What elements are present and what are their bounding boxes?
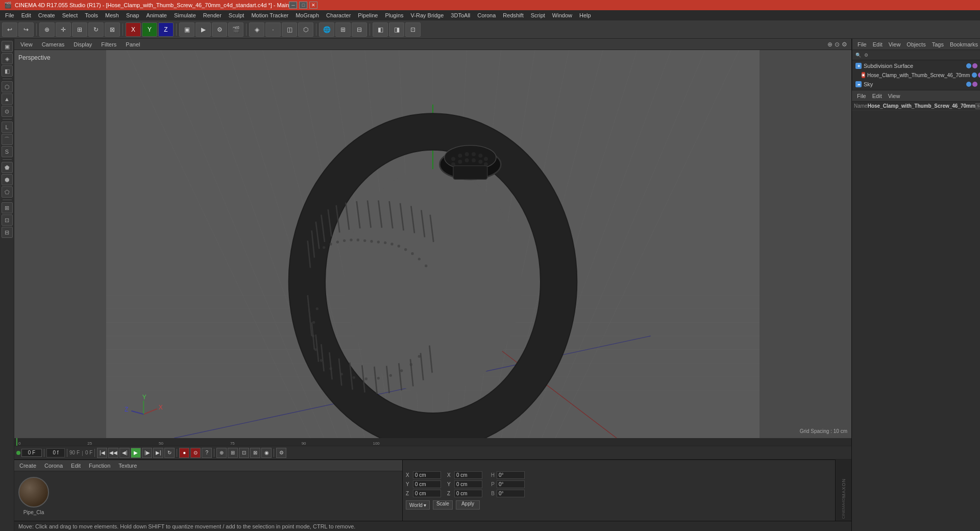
step-forward-button[interactable]: |▶: [142, 448, 152, 458]
mat-menu-edit[interactable]: Edit: [69, 462, 83, 470]
rotate-button[interactable]: ↻: [88, 22, 104, 37]
sidebar-grid3-btn[interactable]: ⊟: [2, 227, 13, 238]
scene-settings-icon[interactable]: ⚙: [863, 52, 870, 59]
apply-button[interactable]: Apply: [456, 500, 480, 510]
sidebar-grid2-btn[interactable]: ⊡: [2, 214, 13, 226]
display-mode-button[interactable]: ◧: [373, 22, 388, 37]
p-input[interactable]: [497, 480, 525, 488]
menu-item-mesh[interactable]: Mesh: [102, 11, 122, 19]
mat-menu-function[interactable]: Function: [87, 462, 112, 470]
scene-menu-view[interactable]: View: [887, 40, 903, 49]
scene-menu-file[interactable]: File: [855, 40, 869, 49]
menu-item-redshift[interactable]: Redshift: [500, 11, 526, 19]
frame-field[interactable]: [48, 449, 63, 457]
maximize-button[interactable]: □: [299, 2, 307, 9]
z-pos-input[interactable]: [413, 490, 441, 497]
current-frame-input[interactable]: [21, 449, 42, 457]
menu-item-script[interactable]: Script: [528, 11, 548, 19]
loop-button[interactable]: ↻: [164, 448, 175, 458]
viewport-icon-camera[interactable]: ⊙: [835, 41, 840, 48]
scene-item-hoseclamp[interactable]: ▣ Hose_Clamp_with_Thumb_Screw_46_70mm: [853, 70, 979, 80]
key-point-button[interactable]: ◉: [261, 448, 272, 458]
transform-button[interactable]: ⊠: [105, 22, 120, 37]
render-settings-button[interactable]: ⚙: [212, 22, 227, 37]
menu-item-window[interactable]: Window: [549, 11, 575, 19]
menu-item-help[interactable]: Help: [576, 11, 594, 19]
sidebar-model-btn[interactable]: ▣: [2, 41, 13, 52]
quantize-button[interactable]: ⊟: [352, 22, 367, 37]
sidebar-s-btn[interactable]: S: [2, 146, 13, 157]
sidebar-grid-btn[interactable]: ⊞: [2, 202, 13, 213]
timeline-settings-button[interactable]: ⚙: [276, 448, 286, 458]
mat-menu-create[interactable]: Create: [17, 462, 38, 470]
menu-item-file[interactable]: File: [2, 11, 17, 19]
sidebar-scene-btn[interactable]: ▲: [2, 93, 13, 105]
step-back-button[interactable]: ◀|: [119, 448, 130, 458]
record-button[interactable]: ●: [179, 448, 189, 458]
z-axis-button[interactable]: Z: [158, 22, 174, 37]
menu-item-animate[interactable]: Animate: [143, 11, 170, 19]
menu-item-3dtoall[interactable]: 3DToAll: [448, 11, 473, 19]
key-rot-button[interactable]: ⊞: [228, 448, 238, 458]
sidebar-generator-btn[interactable]: ⬢: [2, 174, 13, 185]
menu-item-select[interactable]: Select: [59, 11, 81, 19]
y-axis-button[interactable]: Y: [142, 22, 157, 37]
edge-mode-button[interactable]: ◫: [282, 22, 297, 37]
world-button[interactable]: World ▾: [406, 500, 430, 510]
viewport-menu-view[interactable]: View: [18, 40, 35, 49]
viewport-menu-display[interactable]: Display: [71, 40, 94, 49]
render-region-button[interactable]: ▣: [179, 22, 194, 37]
scene-menu-bookmarks[interactable]: Bookmarks: [948, 40, 980, 49]
menu-item-tools[interactable]: Tools: [82, 11, 101, 19]
y-pos-input[interactable]: [413, 480, 441, 488]
play-reverse-button[interactable]: ◀◀: [108, 448, 118, 458]
close-button[interactable]: ✕: [309, 2, 317, 9]
snap-button[interactable]: ⊞: [335, 22, 351, 37]
render-button[interactable]: ▶: [195, 22, 211, 37]
point-mode-button[interactable]: ·: [265, 22, 281, 37]
menu-item-mograph[interactable]: MoGraph: [292, 11, 322, 19]
menu-item-simulate[interactable]: Simulate: [171, 11, 199, 19]
sidebar-spline-btn[interactable]: ⌒: [2, 134, 13, 145]
x-rot-input[interactable]: [454, 471, 482, 479]
menu-item-pipeline[interactable]: Pipeline: [355, 11, 381, 19]
edit-render-settings-button[interactable]: 🎬: [228, 22, 243, 37]
key-button[interactable]: ?: [202, 448, 212, 458]
sidebar-deformer-btn[interactable]: ⬟: [2, 162, 13, 173]
scene-search-icon[interactable]: 🔍: [854, 52, 862, 59]
menu-item-render[interactable]: Render: [200, 11, 225, 19]
go-to-start-button[interactable]: |◀: [97, 448, 107, 458]
scene-menu-objects[interactable]: Objects: [904, 40, 927, 49]
menu-item-character[interactable]: Character: [323, 11, 354, 19]
play-button[interactable]: ▶: [131, 448, 141, 458]
playhead[interactable]: [16, 438, 17, 446]
attr-s-icon[interactable]: S: [975, 103, 980, 109]
key-scale-button[interactable]: ⊡: [239, 448, 249, 458]
x-pos-input[interactable]: [413, 471, 441, 479]
mat-menu-texture[interactable]: Texture: [116, 462, 139, 470]
viewport-menu-cameras[interactable]: Cameras: [40, 40, 67, 49]
scale-button[interactable]: ⊞: [72, 22, 87, 37]
go-to-end-button[interactable]: ▶|: [153, 448, 163, 458]
sidebar-effector-btn[interactable]: ⬠: [2, 186, 13, 198]
menu-item-v-ray-bridge[interactable]: V-Ray Bridge: [408, 11, 447, 19]
y-rot-input[interactable]: [454, 480, 482, 488]
key-pos-button[interactable]: ⊕: [216, 448, 227, 458]
attr-menu-view[interactable]: View: [886, 92, 902, 100]
wireframe-button[interactable]: ⊡: [405, 22, 421, 37]
undo-button[interactable]: ↩: [2, 22, 17, 37]
b-input[interactable]: [497, 490, 525, 497]
menu-item-snap[interactable]: Snap: [123, 11, 142, 19]
key-param-button[interactable]: ⊠: [250, 448, 260, 458]
sidebar-paint-btn[interactable]: ◧: [2, 65, 13, 77]
menu-item-corona[interactable]: Corona: [474, 11, 499, 19]
z-rot-input[interactable]: [454, 490, 482, 497]
poly-mode-button[interactable]: ⬡: [298, 22, 313, 37]
world-coord-button[interactable]: 🌐: [319, 22, 334, 37]
object-mode-button[interactable]: ◈: [249, 22, 264, 37]
auto-key-button[interactable]: ⊙: [190, 448, 201, 458]
sidebar-sculpt-btn[interactable]: ◈: [2, 53, 13, 64]
viewport-menu-panel[interactable]: Panel: [124, 40, 142, 49]
menu-item-edit[interactable]: Edit: [18, 11, 34, 19]
menu-item-plugins[interactable]: Plugins: [382, 11, 406, 19]
